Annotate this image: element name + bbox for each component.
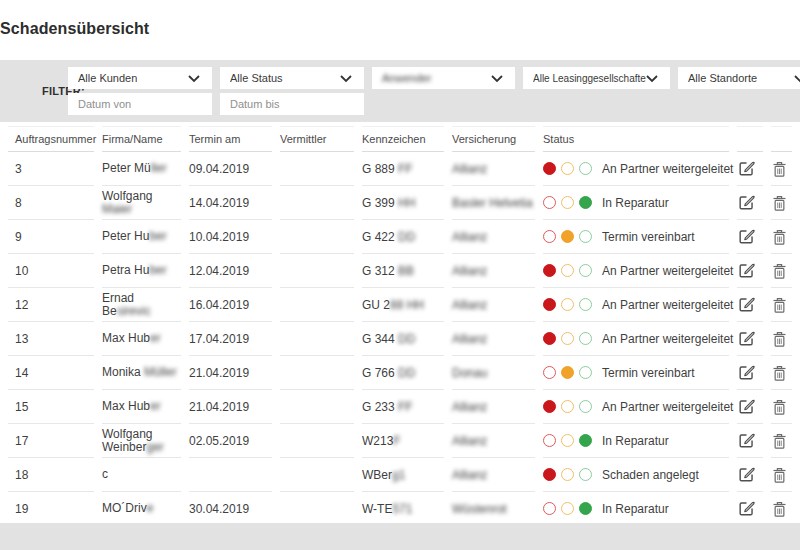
edit-button[interactable]: [737, 261, 756, 280]
status-green-dot: [579, 502, 592, 515]
edit-button[interactable]: [737, 159, 756, 178]
trash-icon: [771, 302, 788, 317]
locations-filter-dropdown[interactable]: Alle Standorte: [678, 67, 800, 89]
delete-button[interactable]: [771, 398, 788, 416]
edit-button[interactable]: [737, 397, 756, 416]
delete-button[interactable]: [771, 228, 788, 246]
status-orange-dot: [561, 298, 574, 311]
page-title: Schadensübersicht: [0, 20, 149, 38]
delete-button[interactable]: [771, 296, 788, 314]
delete-button[interactable]: [771, 330, 788, 348]
edit-button[interactable]: [737, 363, 756, 382]
delete-button[interactable]: [771, 160, 788, 178]
insurer-cell: Allianz: [452, 424, 535, 458]
intermediary-cell: [280, 288, 354, 322]
edit-button[interactable]: [737, 465, 756, 484]
edit-button[interactable]: [737, 227, 756, 246]
table-row: 9 Peter Huber 10.04.2019 G 422 DD Allian…: [8, 220, 792, 254]
status-red-dot: [543, 502, 556, 515]
edit-button[interactable]: [737, 193, 756, 212]
insurer-cell: Donau: [452, 356, 535, 390]
status-green-dot: [579, 366, 592, 379]
locations-filter-value: Alle Standorte: [688, 72, 757, 84]
chevron-down-icon: [340, 75, 352, 83]
insurer-filter-dropdown[interactable]: Anwender: [372, 67, 515, 89]
delete-button[interactable]: [771, 364, 788, 382]
status-cell: Schaden angelegt: [543, 458, 729, 492]
status-label: An Partner weitergeleitet: [602, 332, 733, 346]
date-from-input[interactable]: [68, 93, 212, 115]
edit-icon: [737, 234, 756, 249]
status-cell: An Partner weitergeleitet: [543, 288, 729, 322]
leasing-filter-dropdown[interactable]: Alle Leasinggesellschaften: [523, 67, 670, 89]
status-red-dot: [543, 434, 556, 447]
status-red-dot: [543, 298, 556, 311]
company-name-cell: Monika Müller: [102, 356, 181, 390]
status-filter-dropdown[interactable]: Alle Status: [220, 67, 364, 89]
table-row: 12 Ernad Besirevic 16.04.2019 GU 288 HH …: [8, 288, 792, 322]
filter-bar: FILTER: Alle Kunden Alle Status Anwender: [0, 60, 800, 122]
edit-cell: [737, 356, 763, 390]
edit-cell: [737, 152, 763, 186]
appointment-date-cell: 14.04.2019: [189, 186, 272, 220]
edit-icon: [737, 506, 756, 521]
company-name-cell: Petra Huber: [102, 254, 181, 288]
edit-cell: [737, 492, 763, 526]
appointment-date-cell: 16.04.2019: [189, 288, 272, 322]
company-name-cell: Peter Huber: [102, 220, 181, 254]
date-to-input[interactable]: [220, 93, 364, 115]
status-label: An Partner weitergeleitet: [602, 264, 733, 278]
column-header-kennzeichen: Kennzeichen: [362, 126, 444, 152]
edit-button[interactable]: [737, 295, 756, 314]
column-header-actions: [737, 126, 763, 152]
delete-button[interactable]: [771, 262, 788, 280]
insurer-filter-value: Anwender: [382, 72, 432, 84]
edit-icon: [737, 268, 756, 283]
status-orange-dot: [561, 434, 574, 447]
customers-filter-dropdown[interactable]: Alle Kunden: [68, 67, 212, 89]
status-cell: In Reparatur: [543, 186, 729, 220]
status-green-dot: [579, 264, 592, 277]
edit-icon: [737, 200, 756, 215]
license-plate-cell: G 889 FF: [362, 152, 444, 186]
edit-button[interactable]: [737, 329, 756, 348]
insurer-cell: Allianz: [452, 254, 535, 288]
trash-icon: [771, 438, 788, 453]
status-orange-dot: [561, 366, 574, 379]
intermediary-cell: [280, 356, 354, 390]
intermediary-cell: [280, 458, 354, 492]
company-name-cell: Max Huber: [102, 390, 181, 424]
intermediary-cell: [280, 254, 354, 288]
trash-icon: [771, 166, 788, 181]
status-orange-dot: [561, 264, 574, 277]
edit-button[interactable]: [737, 499, 756, 518]
intermediary-cell: [280, 424, 354, 458]
column-header-auftragsnummer: Auftragsnummer: [8, 126, 94, 152]
filter-row-dropdowns: Alle Kunden Alle Status Anwender Alle Le…: [68, 67, 800, 89]
delete-cell: [771, 254, 792, 288]
status-cell: An Partner weitergeleitet: [543, 390, 729, 424]
trash-icon: [771, 404, 788, 419]
insurer-cell: Basler Helvetia: [452, 186, 535, 220]
table-row: 15 Max Huber 21.04.2019 G 233 FF Allianz…: [8, 390, 792, 424]
edit-icon: [737, 370, 756, 385]
order-number-cell: 14: [8, 356, 94, 390]
insurer-cell: Allianz: [452, 220, 535, 254]
intermediary-cell: [280, 322, 354, 356]
status-red-dot: [543, 468, 556, 481]
trash-icon: [771, 268, 788, 283]
order-number-cell: 13: [8, 322, 94, 356]
column-header-vermittler: Vermittler: [280, 126, 354, 152]
delete-button[interactable]: [771, 194, 788, 212]
status-label: An Partner weitergeleitet: [602, 298, 733, 312]
delete-button[interactable]: [771, 466, 788, 484]
status-orange-dot: [561, 230, 574, 243]
delete-button[interactable]: [771, 500, 788, 518]
delete-cell: [771, 186, 792, 220]
edit-button[interactable]: [737, 431, 756, 450]
edit-cell: [737, 186, 763, 220]
trash-icon: [771, 234, 788, 249]
delete-button[interactable]: [771, 432, 788, 450]
status-red-dot: [543, 332, 556, 345]
trash-icon: [771, 370, 788, 385]
